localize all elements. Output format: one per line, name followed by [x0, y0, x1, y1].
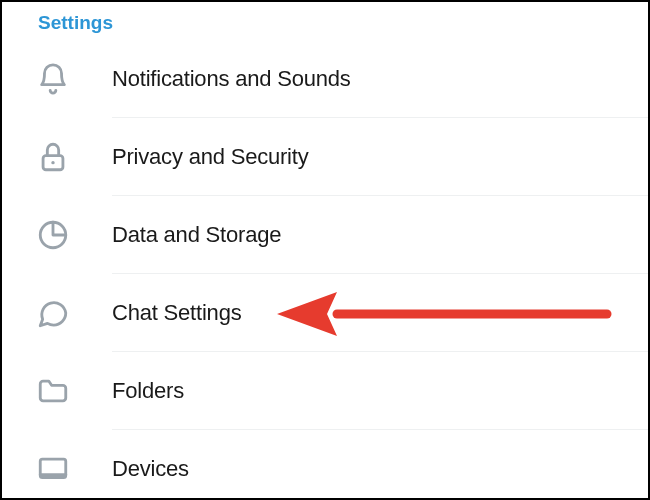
device-icon: [36, 452, 112, 486]
bell-icon: [36, 62, 112, 96]
settings-row-chat[interactable]: Chat Settings: [2, 274, 648, 352]
svg-point-1: [51, 161, 54, 164]
lock-icon: [36, 140, 112, 174]
chat-bubble-icon: [36, 296, 112, 330]
row-label: Folders: [112, 378, 184, 404]
settings-list: Notifications and Sounds Privacy and Sec…: [2, 40, 648, 500]
settings-row-privacy[interactable]: Privacy and Security: [2, 118, 648, 196]
pie-chart-icon: [36, 218, 112, 252]
row-label: Data and Storage: [112, 222, 281, 248]
settings-row-devices[interactable]: Devices: [2, 430, 648, 500]
folder-icon: [36, 374, 112, 408]
settings-row-folders[interactable]: Folders: [2, 352, 648, 430]
row-label: Chat Settings: [112, 300, 241, 326]
settings-row-data[interactable]: Data and Storage: [2, 196, 648, 274]
row-label: Privacy and Security: [112, 144, 309, 170]
section-title: Settings: [2, 2, 648, 40]
row-label: Devices: [112, 456, 189, 482]
row-label: Notifications and Sounds: [112, 66, 351, 92]
settings-panel: Settings Notifications and Sounds Privac…: [0, 0, 650, 500]
settings-row-notifications[interactable]: Notifications and Sounds: [2, 40, 648, 118]
